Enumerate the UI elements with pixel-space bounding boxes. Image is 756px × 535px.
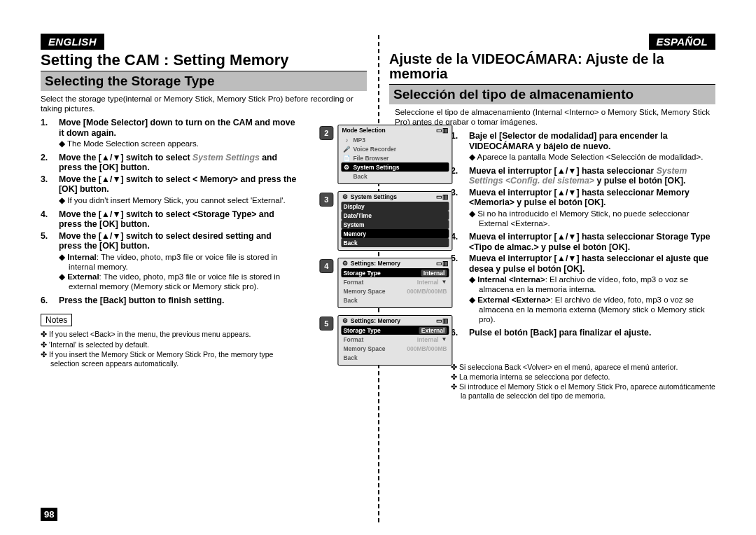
screenshot-2: 2 Mode Selection▭ ▥ ♪MP3 🎤Voice Recorder… [319, 125, 452, 184]
battery-icon: ▭ ▥ [436, 127, 448, 134]
mic-icon: 🎤 [343, 146, 350, 153]
english-column: ENGLISH Setting the CAM : Setting Memory… [41, 34, 367, 528]
step-badge: 3 [319, 193, 333, 207]
screenshot-5: 5 ⚙ Settings: Memory▭ ▥ Storage TypeExte… [319, 315, 452, 366]
chevron-down-icon: ▼ [441, 279, 447, 285]
music-icon: ♪ [343, 137, 350, 144]
step-badge: 5 [319, 317, 333, 331]
substep: Aparece la pantalla Mode Selection <Sele… [469, 153, 715, 162]
note-item: If you insert the Memory Stick or Memory… [41, 350, 297, 368]
substep: If you didn't insert Memory Stick, you c… [59, 196, 297, 206]
lang-tag-english: ENGLISH [41, 34, 104, 50]
battery-icon: ▭ ▥ [436, 193, 448, 200]
substep: Si no ha introducido el Memory Stick, no… [469, 209, 715, 229]
lang-tag-spanish: ESPAÑOL [649, 34, 716, 50]
intro-es: Seleccione el tipo de almacenamiento (In… [389, 107, 715, 127]
note-item: 'Internal' is selected by default. [41, 340, 297, 349]
intro-en: Select the storage type(internal or Memo… [41, 94, 367, 113]
gear-icon: ⚙ [342, 317, 349, 324]
battery-icon: ▭ ▥ [436, 260, 448, 267]
battery-icon: ▭ ▥ [436, 317, 448, 324]
chapter-title-es: Ajuste de la VIDEOCÁMARA: Ajuste de la m… [389, 52, 715, 81]
gear-icon: ⚙ [342, 193, 349, 200]
file-icon: 📄 [343, 155, 350, 162]
note-item: La memoria interna se selecciona por def… [451, 373, 715, 382]
step-badge: 2 [319, 126, 333, 140]
note-item: Si introduce el Memory Stick o el Memory… [451, 382, 715, 401]
chevron-down-icon: ▼ [441, 336, 447, 342]
step-badge: 4 [319, 259, 333, 273]
device-screenshots: 2 Mode Selection▭ ▥ ♪MP3 🎤Voice Recorder… [319, 125, 452, 373]
chapter-title-en: Setting the CAM : Setting Memory [41, 52, 367, 68]
section-title-es: Selección del tipo de almacenamiento [389, 85, 715, 104]
gear-icon: ⚙ [343, 164, 350, 171]
notes-label-en: Notes [41, 314, 72, 326]
note-item: Si selecciona Back <Volver> en el menú, … [451, 363, 715, 372]
note-item: If you select <Back> in the menu, the pr… [41, 330, 297, 339]
gear-icon: ⚙ [342, 260, 349, 267]
screenshot-3: 3 ⚙ System Settings▭ ▥ Display Date/Time… [319, 191, 452, 251]
substep: The Mode Selection screen appears. [59, 139, 297, 149]
screenshot-4: 4 ⚙ Settings: Memory▭ ▥ Storage TypeInte… [319, 258, 452, 308]
section-title-en: Selecting the Storage Type [41, 71, 367, 91]
page-number: 98 [41, 508, 57, 521]
